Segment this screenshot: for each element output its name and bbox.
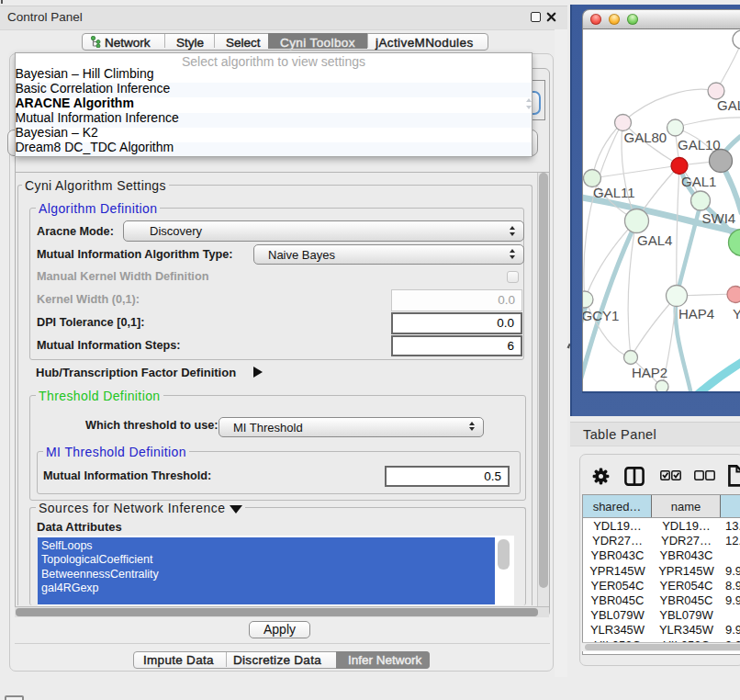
svg-text:GAL1: GAL1 xyxy=(681,174,716,189)
svg-text:GAL7: GAL7 xyxy=(717,97,740,113)
svg-text:GCY1: GCY1 xyxy=(582,308,619,323)
svg-text:SWI4: SWI4 xyxy=(702,210,736,226)
svg-text:HAP4: HAP4 xyxy=(678,306,714,322)
svg-text:GAL80: GAL80 xyxy=(624,130,667,145)
svg-text:GAL10: GAL10 xyxy=(678,137,721,152)
svg-text:HAP2: HAP2 xyxy=(632,365,667,380)
svg-text:GAL4: GAL4 xyxy=(637,232,672,248)
svg-text:GAL11: GAL11 xyxy=(593,185,635,200)
svg-text:YE: YE xyxy=(733,306,740,322)
